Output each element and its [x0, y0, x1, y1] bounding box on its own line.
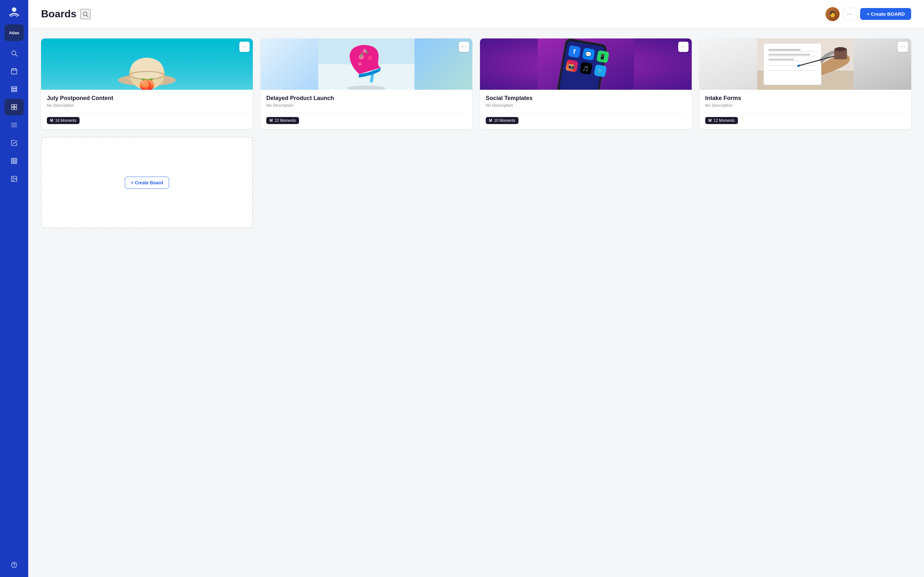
sidebar-item-stack[interactable] [5, 81, 24, 97]
svg-rect-13 [15, 107, 17, 110]
app-logo[interactable] [6, 4, 23, 21]
create-board-header-button[interactable]: + Create BOARD [860, 8, 911, 20]
card-footer-intake: M 12 Moments [705, 113, 905, 124]
card-title-intake: Intake Forms [705, 95, 905, 102]
sidebar-item-media[interactable] [5, 171, 24, 187]
sidebar-item-list[interactable] [5, 117, 24, 133]
writing-svg [699, 39, 911, 90]
hat-svg: 🍑 [115, 45, 179, 90]
moments-badge-intake: M 12 Moments [705, 117, 738, 124]
moments-count-delayed: 22 Moments [275, 118, 296, 123]
sidebar-item-search[interactable] [5, 45, 24, 61]
content-area: 🍑 ··· July Postponed Content No Descript… [28, 28, 924, 577]
svg-text:🍑: 🍑 [139, 77, 155, 90]
stack-icon [11, 85, 18, 93]
card-title-july: July Postponed Content [47, 95, 247, 102]
svg-rect-9 [11, 91, 17, 92]
card-menu-july[interactable]: ··· [239, 42, 250, 52]
moments-m-social: M [489, 118, 492, 123]
svg-line-2 [15, 55, 17, 56]
user-avatar[interactable]: 🧑 [825, 7, 840, 21]
board-image-delayed: ··· [260, 39, 472, 90]
card-desc-intake: No Description [705, 103, 905, 108]
card-desc-social: No Description [486, 103, 686, 108]
card-footer-social: M 10 Moments [486, 113, 686, 124]
card-desc-delayed: No Description [266, 103, 467, 108]
svg-point-0 [12, 7, 16, 12]
moments-count-intake: 12 Moments [714, 118, 735, 123]
page-header: Boards 🧑 ··· + Create BOARD [28, 0, 924, 28]
sidebar-item-calendar[interactable] [5, 63, 24, 79]
svg-rect-7 [11, 87, 17, 88]
table-icon [11, 157, 18, 164]
card-menu-intake[interactable]: ··· [898, 42, 908, 52]
sidebar-item-table[interactable] [5, 153, 24, 169]
july-image-overlay: 🍑 [41, 39, 253, 90]
board-image-social: f 💬 📱 [480, 39, 692, 90]
board-card-social[interactable]: f 💬 📱 [480, 39, 692, 129]
search-icon [11, 50, 18, 57]
list-icon [11, 121, 18, 129]
svg-rect-11 [15, 105, 17, 107]
svg-point-23 [13, 177, 13, 178]
moments-m-intake: M [708, 118, 712, 123]
page-title: Boards [41, 8, 76, 20]
header-search-button[interactable] [80, 9, 90, 19]
moments-count-social: 10 Moments [494, 118, 515, 123]
sidebar-item-help[interactable] [5, 556, 24, 573]
more-options-button[interactable]: ··· [843, 8, 856, 21]
card-body-intake: Intake Forms No Description M 12 Moments [699, 90, 911, 129]
card-title-delayed: Delayed Product Launch [266, 95, 467, 102]
moments-m-delayed: M [270, 118, 273, 123]
svg-rect-67 [768, 54, 810, 55]
board-image-intake: ··· [699, 39, 911, 90]
svg-point-24 [11, 562, 17, 568]
card-title-social: Social Templates [486, 95, 686, 102]
phone-apps-svg: f 💬 📱 [480, 39, 692, 90]
board-card-delayed[interactable]: ··· Delayed Product Launch No Descriptio… [260, 39, 472, 129]
boards-grid: 🍑 ··· July Postponed Content No Descript… [41, 39, 911, 228]
moments-m-july: M [50, 118, 53, 123]
card-footer-delayed: M 22 Moments [266, 113, 467, 124]
help-icon [11, 561, 18, 568]
moments-badge-social: M 10 Moments [486, 117, 519, 124]
card-menu-social[interactable]: ··· [678, 42, 688, 52]
card-desc-july: No Description [47, 103, 247, 108]
header-right: 🧑 ··· + Create BOARD [825, 7, 911, 21]
create-board-card[interactable]: + Create Board [41, 137, 253, 228]
header-left: Boards [41, 8, 90, 20]
svg-rect-17 [11, 158, 17, 164]
svg-point-74 [835, 47, 846, 51]
sidebar-item-boards[interactable] [5, 99, 24, 115]
svg-rect-10 [11, 105, 14, 107]
boards-icon [11, 103, 18, 111]
card-menu-delayed[interactable]: ··· [459, 42, 469, 52]
header-search-icon [82, 11, 89, 17]
svg-rect-3 [11, 69, 17, 74]
sidebar: Atlas [0, 0, 28, 577]
atlas-label: Atlas [9, 31, 19, 35]
sidebar-item-checklist[interactable] [5, 135, 24, 151]
moments-badge-delayed: M 22 Moments [266, 117, 299, 124]
media-icon [11, 175, 18, 182]
board-card-july[interactable]: 🍑 ··· July Postponed Content No Descript… [41, 39, 253, 129]
card-body-delayed: Delayed Product Launch No Description M … [260, 90, 472, 129]
checklist-icon [11, 139, 18, 147]
svg-rect-68 [768, 59, 794, 60]
svg-rect-66 [768, 49, 800, 51]
svg-point-30 [131, 58, 163, 80]
svg-rect-12 [11, 107, 14, 110]
shoe-svg [260, 39, 472, 90]
create-board-card-button[interactable]: + Create Board [125, 177, 169, 189]
card-body-july: July Postponed Content No Description M … [41, 90, 253, 129]
card-footer-july: M 16 Moments [47, 113, 247, 124]
card-body-social: Social Templates No Description M 10 Mom… [480, 90, 692, 129]
avatar-image: 🧑 [825, 7, 840, 21]
calendar-icon [11, 68, 18, 75]
board-image-july: 🍑 ··· [41, 39, 253, 90]
moments-badge-july: M 16 Moments [47, 117, 79, 124]
sidebar-item-atlas[interactable]: Atlas [5, 24, 24, 41]
svg-line-27 [87, 15, 88, 17]
board-card-intake[interactable]: ··· Intake Forms No Description M 12 Mom… [699, 39, 911, 129]
svg-rect-8 [11, 89, 17, 90]
